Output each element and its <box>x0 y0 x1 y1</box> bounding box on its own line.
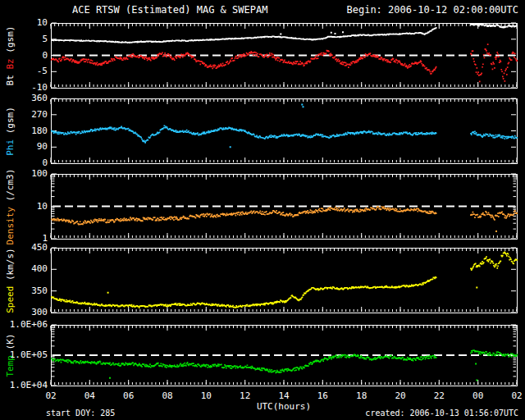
x-tick-label: 12 <box>235 391 256 401</box>
y-tick-label: 270 <box>2 110 48 120</box>
y-tick-label: -5 <box>2 66 48 76</box>
y-tick-label: 0 <box>2 51 48 61</box>
x-tick-label: 18 <box>351 391 372 401</box>
x-tick-label: 06 <box>118 391 139 401</box>
series-Temp <box>51 349 518 381</box>
y-ticks <box>52 248 516 313</box>
y-tick-label: 400 <box>2 264 48 274</box>
y-tick-label: 360 <box>2 94 48 103</box>
series-Speed <box>51 251 518 308</box>
x-tick-label: 08 <box>157 391 178 401</box>
series-Phi <box>51 104 518 148</box>
y-tick-label: 300 <box>2 308 48 317</box>
chart-canvas <box>0 0 525 420</box>
y-tick-label: 90 <box>2 142 48 152</box>
panel-frame-speed <box>52 249 518 313</box>
series-Bz <box>51 43 518 82</box>
y-tick-label: -10 <box>2 83 48 93</box>
y-tick-label: 1.0E+05 <box>2 350 48 360</box>
y-tick-label: 350 <box>2 286 48 296</box>
y-tick-label: 5 <box>2 34 48 44</box>
series-Bt <box>51 24 518 43</box>
panel-frame-phi <box>52 99 518 164</box>
x-tick-label: 02 <box>40 391 62 401</box>
y-tick-label: 1.0E+06 <box>2 320 48 330</box>
series-Density <box>51 206 518 232</box>
x-tick-label: 04 <box>79 391 100 401</box>
x-minor-ticks <box>51 249 517 312</box>
x-tick-label: 20 <box>390 391 411 401</box>
y-tick-label: 450 <box>2 243 48 253</box>
ace-rtsw-plot-window: ACE RTSW (Estimated) MAG & SWEPAM Begin:… <box>0 0 525 420</box>
y-ticks <box>52 98 516 163</box>
x-tick-label: 00 <box>468 391 489 401</box>
x-minor-ticks <box>51 99 517 162</box>
y-tick-label: 0 <box>2 158 48 168</box>
y-tick-label: 10 <box>2 18 48 28</box>
x-tick-label: 16 <box>312 391 333 401</box>
x-major-ticks <box>51 99 517 162</box>
y-tick-label: 100 <box>2 169 48 179</box>
y-tick-label: 1.0E+04 <box>2 381 48 390</box>
x-tick-label: 14 <box>273 391 294 401</box>
y-tick-label: 10 <box>2 202 48 212</box>
y-tick-label: 180 <box>2 126 48 136</box>
x-tick-label: 22 <box>428 391 450 401</box>
x-tick-label: 02 <box>506 391 525 401</box>
x-tick-label: 10 <box>195 391 217 401</box>
x-major-ticks <box>51 249 517 312</box>
